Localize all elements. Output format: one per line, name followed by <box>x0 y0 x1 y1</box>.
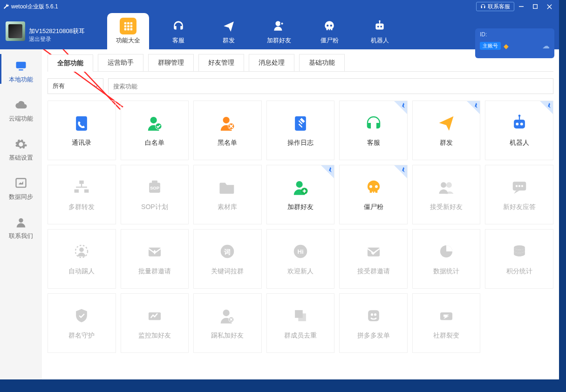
svg-point-24 <box>379 20 380 22</box>
sidebar-item-cloud[interactable]: 云端功能 <box>0 88 42 128</box>
svg-rect-75 <box>298 313 306 321</box>
svg-rect-9 <box>127 22 130 25</box>
feature-card[interactable]: 群名守护 <box>48 293 116 353</box>
feature-card[interactable]: 踢私加好友 <box>193 293 262 353</box>
nav-add-group-friend[interactable]: 加群好友 <box>258 13 300 49</box>
feature-card[interactable]: 接受群邀请 <box>339 229 408 289</box>
main-panel: 全部功能 运营助手 群聊管理 好友管理 消息处理 基础功能 所有 通讯录白名单黑… <box>42 49 559 379</box>
feature-card[interactable]: SOPSOP计划 <box>121 165 189 224</box>
nav-zombie[interactable]: 僵尸粉 <box>308 13 350 49</box>
keyword-icon: 词 <box>218 242 237 261</box>
nav-robot[interactable]: 机器人 <box>359 13 401 49</box>
tab-all[interactable]: 全部功能 <box>48 54 93 72</box>
contact-support-button[interactable]: 联系客服 <box>476 2 514 11</box>
sidebar-item-settings[interactable]: 基础设置 <box>0 128 42 167</box>
card-label: 自动踢人 <box>68 267 95 276</box>
feature-card[interactable]: 操作日志 <box>266 101 335 160</box>
feature-card[interactable]: 批量群邀请 <box>121 229 189 289</box>
card-label: 僵尸粉 <box>364 203 383 211</box>
svg-point-39 <box>520 122 523 125</box>
svg-rect-45 <box>75 189 79 193</box>
main-nav: 功能大全 客服 群发 加群好友 僵尸粉 机器人 <box>107 13 401 49</box>
id-label: ID: <box>480 31 550 38</box>
tab-basic[interactable]: 基础功能 <box>299 54 345 71</box>
user-name: 加V1528210808获耳 <box>29 27 85 35</box>
feature-card[interactable]: 多群转发 <box>48 165 116 224</box>
svg-point-59 <box>521 185 523 187</box>
svg-point-61 <box>80 248 84 252</box>
svg-rect-29 <box>76 116 87 131</box>
phone-icon <box>72 114 91 132</box>
feature-card[interactable]: 加群好友 <box>266 165 335 224</box>
svg-point-50 <box>296 181 302 188</box>
search-input[interactable] <box>108 78 553 94</box>
svg-rect-10 <box>130 22 133 25</box>
card-label: 踢私加好友 <box>211 331 244 340</box>
feature-card[interactable]: 素材库 <box>193 165 262 224</box>
feature-card[interactable]: 机器人 <box>485 101 553 160</box>
headset-icon <box>364 114 383 132</box>
id-box: ID: 主账号 ◆ ☁ <box>475 28 554 58</box>
svg-rect-46 <box>84 189 89 193</box>
feature-card[interactable]: 黑名单 <box>193 101 262 160</box>
svg-rect-16 <box>130 28 133 31</box>
sidebar-item-local[interactable]: 本地功能 <box>0 49 42 88</box>
user-box: 加V1528210808获耳 退出登录 <box>0 13 107 49</box>
log-icon <box>291 114 310 132</box>
svg-point-22 <box>380 26 382 27</box>
svg-rect-36 <box>295 116 306 131</box>
svg-point-38 <box>516 122 518 125</box>
tab-friend[interactable]: 好友管理 <box>198 54 244 71</box>
sync-icon <box>14 177 27 190</box>
users-icon <box>437 178 456 196</box>
nav-service[interactable]: 客服 <box>157 13 199 49</box>
card-label: 批量群邀请 <box>138 267 171 276</box>
wrench-icon <box>3 3 9 10</box>
card-label: 拼多多发单 <box>357 331 390 340</box>
feature-card[interactable]: 群发 <box>412 101 481 160</box>
feature-card[interactable]: 客服 <box>339 101 408 160</box>
send-icon <box>437 114 456 132</box>
feature-card[interactable]: 词关键词拉群 <box>193 229 262 289</box>
svg-point-54 <box>441 182 446 188</box>
nav-broadcast[interactable]: 群发 <box>208 13 250 49</box>
robot-icon <box>371 18 388 34</box>
user-plus-icon <box>271 18 287 34</box>
feature-card[interactable]: 拼多多发单 <box>339 293 408 353</box>
svg-rect-11 <box>124 25 127 27</box>
nav-all-features[interactable]: 功能大全 <box>107 13 149 49</box>
feature-card[interactable]: 白名单 <box>121 101 189 160</box>
feature-card[interactable]: 新好友应答 <box>485 165 553 224</box>
grid-icon <box>120 18 136 34</box>
maximize-button[interactable] <box>528 0 542 13</box>
svg-point-30 <box>150 117 157 123</box>
sidebar-item-contact[interactable]: 联系我们 <box>0 206 42 245</box>
filter-select[interactable]: 所有 <box>48 78 103 94</box>
card-label: 白名单 <box>145 139 164 147</box>
logout-link[interactable]: 退出登录 <box>29 35 51 43</box>
svg-point-53 <box>375 185 378 188</box>
feature-card[interactable]: 社群裂变 <box>412 293 481 353</box>
user-check-icon <box>145 114 164 132</box>
sop-icon: SOP <box>145 178 164 196</box>
minimize-button[interactable] <box>514 0 528 13</box>
feature-card[interactable]: 监控加好友 <box>121 293 189 353</box>
feature-card[interactable]: Hi欢迎新人 <box>266 229 335 289</box>
pin-icon <box>394 101 407 114</box>
tab-msg[interactable]: 消息处理 <box>249 54 294 71</box>
svg-point-18 <box>327 25 328 27</box>
feature-card[interactable]: 数据统计 <box>412 229 481 289</box>
feature-card[interactable]: 自动踢人 <box>48 229 116 289</box>
feature-card[interactable]: 接受新好友 <box>412 165 481 224</box>
feature-card[interactable]: 僵尸粉 <box>339 165 408 224</box>
feature-card[interactable]: 通讯录 <box>48 101 116 160</box>
tab-ops[interactable]: 运营助手 <box>98 54 143 71</box>
card-label: 监控加好友 <box>138 331 171 340</box>
feature-card[interactable]: 群成员去重 <box>266 293 335 353</box>
tab-group[interactable]: 群聊管理 <box>148 54 194 71</box>
sidebar-item-sync[interactable]: 数据同步 <box>0 167 42 206</box>
feature-card[interactable]: 积分统计 <box>485 229 553 289</box>
chat-icon <box>510 178 529 196</box>
avatar[interactable] <box>6 21 25 41</box>
close-button[interactable] <box>542 0 556 13</box>
